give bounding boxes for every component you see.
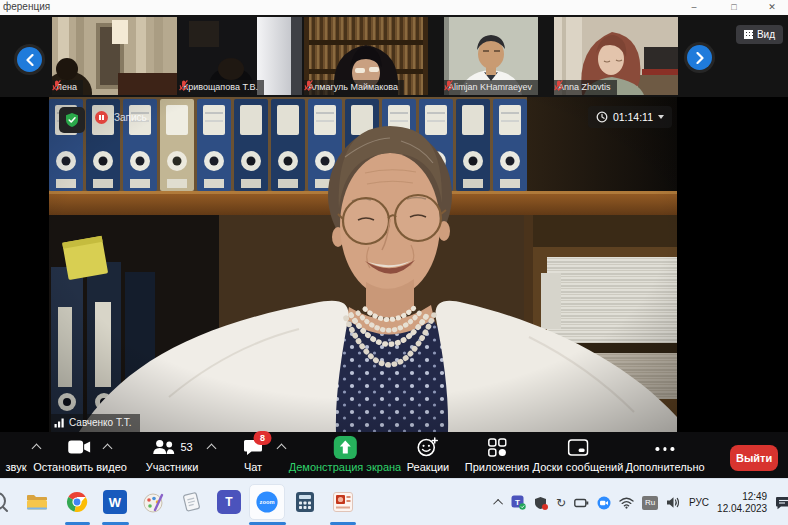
taskbar-time: 12:49 — [717, 491, 767, 503]
recording-label: Запись — [114, 112, 147, 123]
reactions-button[interactable]: Реакции — [407, 432, 450, 478]
close-button[interactable]: ✕ — [762, 0, 782, 15]
whiteboards-button[interactable]: Доски сообщений — [533, 432, 624, 478]
participant-video-maimakova[interactable]: Алмагуль Маймакова — [304, 17, 428, 95]
system-tray: T ↻ Ru РУС 12:49 12.04.2023 — [496, 479, 788, 525]
security-shield-icon — [64, 112, 80, 128]
whiteboards-label: Доски сообщений — [533, 461, 624, 473]
tray-overflow-chevron[interactable] — [493, 499, 503, 509]
muted-mic-icon — [304, 80, 313, 91]
participant-video-zhovtis[interactable]: Anna Zhovtis — [554, 17, 678, 95]
security-shield-button[interactable] — [59, 107, 85, 133]
svg-text:zoom: zoom — [260, 499, 275, 505]
timer-value: 01:14:11 — [613, 111, 653, 123]
more-label: Дополнительно — [625, 461, 704, 473]
participant-nameplate: Alimjan KHamraeyev — [444, 80, 538, 95]
participants-count: 53 — [180, 441, 192, 453]
recording-indicator[interactable]: Запись — [95, 111, 147, 124]
chrome-icon[interactable] — [65, 490, 89, 514]
participant-name: Кривощапова Т.В. — [183, 82, 258, 92]
paint-icon[interactable] — [141, 490, 165, 514]
chevron-right-icon — [695, 52, 705, 64]
clock-icon — [596, 111, 608, 123]
participant-video-lena[interactable]: Лена — [52, 17, 177, 95]
recording-pause-icon — [95, 111, 108, 124]
teams-tray-icon[interactable]: T — [511, 495, 526, 510]
svg-text:T: T — [515, 498, 520, 507]
word-icon[interactable]: W — [103, 490, 127, 514]
window-titlebar: ференция – □ ✕ — [0, 0, 788, 16]
powerpoint-icon[interactable] — [331, 490, 355, 514]
chat-icon: 8 — [244, 435, 263, 459]
defender-tray-icon[interactable] — [534, 496, 548, 510]
share-screen-label: Демонстрация экрана — [289, 461, 401, 473]
device-tray-icon[interactable] — [574, 498, 589, 508]
participant-video-khamraeyev[interactable]: Alimjan KHamraeyev — [444, 17, 538, 95]
speaker-name: Савченко Т.Т. — [69, 417, 131, 428]
apps-icon — [487, 435, 506, 459]
onedrive-tray-icon[interactable]: ↻ — [556, 496, 566, 510]
view-button[interactable]: Вид — [736, 25, 783, 44]
wifi-tray-icon[interactable] — [619, 497, 634, 509]
apps-button[interactable]: Приложения — [465, 432, 529, 478]
chevron-left-icon — [25, 54, 35, 66]
search-icon[interactable] — [0, 490, 10, 514]
participant-name: Алмагуль Маймакова — [308, 82, 398, 92]
meeting-toolbar: звук Остановить видео 53 Участники 8 Чат — [0, 432, 788, 478]
whiteboard-icon — [568, 435, 589, 459]
timer-caret-icon — [658, 115, 664, 119]
input-language-badge[interactable]: Ru — [642, 496, 658, 510]
muted-mic-icon — [444, 80, 453, 91]
participants-icon: 53 — [151, 435, 192, 459]
taskbar-date: 12.04.2023 — [717, 503, 767, 515]
share-screen-button[interactable]: Демонстрация экрана — [289, 432, 401, 478]
participant-nameplate: Anna Zhovtis — [554, 80, 617, 95]
more-ellipsis-icon — [656, 437, 675, 461]
muted-mic-icon — [52, 80, 61, 91]
taskbar-clock[interactable]: 12:49 12.04.2023 — [717, 491, 767, 515]
calculator-icon[interactable] — [293, 490, 317, 514]
participant-video-krivoshchapova[interactable]: Кривощапова Т.В. — [179, 17, 302, 95]
participant-nameplate: Алмагуль Маймакова — [304, 80, 404, 95]
chat-options-chevron[interactable] — [277, 444, 287, 454]
participant-name: Alimjan KHamraeyev — [448, 82, 532, 92]
chat-unread-badge: 8 — [254, 431, 272, 445]
zoom-app-icon[interactable]: zoom — [255, 490, 279, 514]
stop-video-button[interactable]: Остановить видео — [33, 432, 127, 478]
meeting-timer[interactable]: 01:14:11 — [588, 106, 672, 128]
active-speaker-stage: Запись 01:14:11 Савченко Т.Т. — [0, 97, 788, 432]
view-button-label: Вид — [757, 29, 775, 40]
signal-strength-icon — [54, 417, 65, 428]
reactions-label: Реакции — [407, 461, 450, 473]
stop-video-label: Остановить видео — [33, 461, 127, 473]
scroll-right-button[interactable] — [687, 45, 712, 70]
teams-icon[interactable]: T — [217, 490, 241, 514]
minimize-button[interactable]: – — [684, 0, 704, 15]
notification-center-icon[interactable] — [775, 496, 788, 510]
speaker-nameplate: Савченко Т.Т. — [49, 414, 140, 432]
volume-tray-icon[interactable] — [666, 496, 681, 509]
participant-nameplate: Кривощапова Т.В. — [179, 80, 264, 95]
active-speaker-video[interactable]: Запись 01:14:11 Савченко Т.Т. — [49, 97, 677, 432]
zoom-meeting-window: ференция – □ ✕ Лена — [0, 0, 788, 525]
file-explorer-icon[interactable] — [25, 490, 49, 514]
leave-meeting-button[interactable]: Выйти — [730, 445, 778, 471]
more-button[interactable]: Дополнительно — [625, 432, 704, 478]
grid-view-icon — [744, 30, 753, 39]
zoom-tray-icon[interactable] — [597, 496, 611, 510]
participants-button[interactable]: 53 Участники — [146, 432, 199, 478]
chat-button[interactable]: 8 Чат — [244, 432, 263, 478]
participants-label: Участники — [146, 461, 199, 473]
share-screen-icon — [334, 436, 357, 459]
windows-taskbar: W T zoom T — [0, 478, 788, 525]
mute-audio-button[interactable]: звук — [6, 432, 27, 478]
notepad-icon[interactable] — [179, 490, 203, 514]
language-code[interactable]: РУС — [689, 497, 709, 508]
chat-label: Чат — [244, 461, 262, 473]
participant-name: Anna Zhovtis — [558, 82, 611, 92]
maximize-button[interactable]: □ — [724, 0, 744, 15]
apps-label: Приложения — [465, 461, 529, 473]
reactions-icon — [417, 435, 439, 459]
participants-options-chevron[interactable] — [207, 444, 217, 454]
scroll-left-button[interactable] — [17, 47, 42, 72]
